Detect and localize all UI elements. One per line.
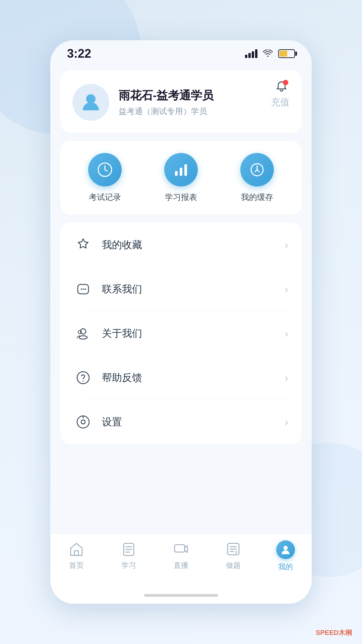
stat-study-report[interactable]: 学习报表 — [164, 153, 198, 203]
practice-tab-icon — [225, 540, 242, 558]
svg-rect-2 — [175, 171, 178, 176]
menu-item-favorites[interactable]: 我的收藏 › — [60, 223, 302, 267]
menu-arrow-contact: › — [285, 283, 288, 296]
tab-study-label: 学习 — [121, 560, 136, 571]
notification-bell[interactable] — [274, 78, 290, 95]
profile-row: 雨花石-益考通学员 益考通（测试专用）学员 充值 — [72, 84, 290, 121]
svg-point-13 — [81, 420, 85, 424]
tab-home[interactable]: 首页 — [60, 540, 93, 571]
menu-label-favorites: 我的收藏 — [102, 238, 285, 252]
study-report-icon-circle — [164, 153, 198, 186]
tab-home-label: 首页 — [69, 560, 84, 571]
svg-point-9 — [79, 336, 87, 339]
battery-icon — [278, 49, 295, 58]
tab-study[interactable]: 学习 — [112, 540, 145, 571]
menu-label-help: 帮助反馈 — [102, 371, 285, 385]
menu-item-help[interactable]: 帮助反馈 › — [60, 356, 302, 400]
tab-practice[interactable]: 做题 — [217, 540, 250, 571]
stat-my-cache[interactable]: 我的缓存 — [240, 153, 274, 203]
study-tab-icon — [120, 540, 137, 558]
svg-rect-15 — [74, 551, 78, 555]
profile-name: 雨花石-益考通学员 — [119, 88, 261, 103]
tab-practice-label: 做题 — [226, 560, 241, 571]
menu-label-contact: 联系我们 — [102, 282, 285, 296]
profile-subtitle: 益考通（测试专用）学员 — [119, 106, 261, 117]
my-cache-icon-circle — [240, 153, 274, 186]
star-icon — [74, 235, 93, 254]
exam-record-label: 考试记录 — [89, 192, 121, 203]
wifi-icon — [263, 50, 273, 58]
stats-card: 考试记录 学习报表 — [60, 141, 302, 215]
contact-icon — [74, 280, 93, 299]
status-bar: 3:22 — [50, 40, 312, 67]
signal-icon — [245, 49, 257, 58]
svg-point-19 — [284, 546, 288, 550]
phone-frame: 3:22 — [50, 40, 312, 604]
exam-record-icon-circle — [88, 153, 122, 186]
menu-label-settings: 设置 — [102, 415, 285, 429]
watermark: SPEED木桐 — [316, 628, 352, 637]
live-tab-icon — [172, 540, 190, 558]
tab-mine[interactable]: 我的 — [269, 540, 302, 572]
bell-badge — [283, 80, 288, 85]
svg-rect-4 — [184, 164, 187, 176]
avatar — [72, 84, 109, 121]
about-icon — [74, 324, 93, 343]
tab-live[interactable]: 直播 — [164, 540, 198, 571]
tab-bar: 首页 学习 直播 — [50, 533, 312, 587]
status-icons — [245, 49, 295, 58]
menu-arrow-favorites: › — [285, 239, 288, 251]
menu-label-about: 关于我们 — [102, 327, 285, 340]
svg-rect-17 — [175, 545, 185, 552]
menu-item-settings[interactable]: 设置 › — [60, 400, 302, 444]
tab-live-label: 直播 — [174, 560, 188, 571]
svg-point-11 — [83, 381, 84, 382]
home-indicator — [50, 587, 312, 604]
menu-arrow-help: › — [285, 372, 288, 384]
study-report-label: 学习报表 — [165, 192, 197, 203]
menu-item-contact[interactable]: 联系我们 › — [60, 267, 302, 311]
svg-rect-3 — [180, 168, 182, 176]
menu-item-about[interactable]: 关于我们 › — [60, 311, 302, 356]
my-cache-label: 我的缓存 — [241, 192, 273, 203]
home-tab-icon — [68, 540, 85, 558]
mine-tab-icon-active — [276, 540, 295, 559]
help-icon — [74, 368, 93, 387]
menu-card: 我的收藏 › 联系我们 › — [60, 223, 302, 444]
tab-mine-label: 我的 — [278, 562, 293, 572]
settings-icon — [74, 413, 93, 431]
svg-point-10 — [77, 372, 89, 384]
status-time: 3:22 — [67, 47, 91, 61]
profile-info: 雨花石-益考通学员 益考通（测试专用）学员 — [119, 88, 261, 117]
menu-arrow-settings: › — [285, 416, 288, 428]
recharge-button[interactable]: 充值 — [271, 96, 290, 109]
menu-arrow-about: › — [285, 327, 288, 340]
stat-exam-record[interactable]: 考试记录 — [88, 153, 122, 203]
home-indicator-bar — [144, 594, 218, 597]
main-content: 雨花石-益考通学员 益考通（测试专用）学员 充值 考试记录 — [50, 67, 312, 533]
profile-card: 雨花石-益考通学员 益考通（测试专用）学员 充值 — [60, 70, 302, 133]
svg-point-0 — [86, 94, 96, 104]
